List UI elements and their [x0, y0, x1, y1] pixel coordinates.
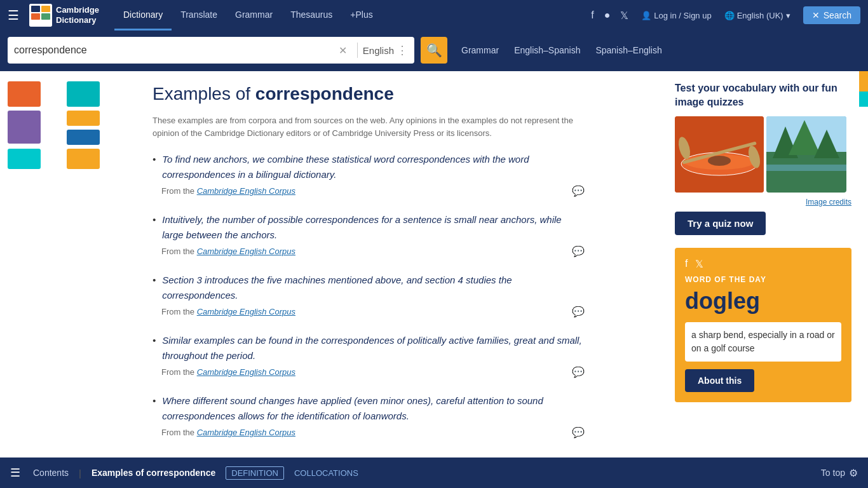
- search-button-top[interactable]: ✕ Search: [803, 6, 860, 24]
- example-text: • Intuitively, the number of possible co…: [153, 212, 585, 243]
- example-text: • Similar examples can be found in the c…: [153, 333, 585, 363]
- user-icon: 👤: [641, 11, 651, 20]
- example-source: From the Cambridge English Corpus 💬: [161, 185, 585, 197]
- example-text: • To find new anchors, we combine these …: [153, 152, 585, 182]
- bullet: •: [153, 273, 156, 303]
- facebook-icon[interactable]: f: [591, 10, 593, 21]
- quiz-image-left: [675, 116, 764, 193]
- more-options-icon[interactable]: ⋮: [397, 43, 408, 57]
- example-item: • Section 3 introduces the five machines…: [153, 273, 585, 318]
- comment-icon[interactable]: 💬: [572, 426, 585, 438]
- example-item: • To find new anchors, we combine these …: [153, 152, 585, 197]
- twitter-icon[interactable]: 𝕏: [620, 10, 628, 22]
- sub-nav: Grammar English–Spanish Spanish–English: [461, 43, 662, 58]
- quiz-button[interactable]: Try a quiz now: [675, 212, 766, 235]
- nav-links: Dictionary Translate Grammar Thesaurus +…: [114, 1, 382, 30]
- svg-rect-3: [31, 13, 40, 20]
- example-source: From the Cambridge English Corpus 💬: [161, 245, 585, 257]
- color-blocks: [8, 81, 122, 169]
- svg-point-11: [708, 156, 731, 166]
- wotd-facebook-icon[interactable]: f: [685, 258, 688, 270]
- comment-icon[interactable]: 💬: [572, 185, 585, 197]
- nav-plus[interactable]: +Plus: [341, 1, 381, 30]
- nav-translate[interactable]: Translate: [172, 1, 226, 30]
- quiz-images: [675, 116, 851, 193]
- disclaimer-text: These examples are from corpora and from…: [153, 114, 585, 139]
- quiz-box: Test your vocabulary with our fun image …: [675, 81, 851, 235]
- bullet: •: [153, 393, 156, 424]
- bottom-definition-link[interactable]: DEFINITION: [226, 466, 284, 467]
- left-decoration: [0, 71, 140, 466]
- nav-grammar[interactable]: Grammar: [226, 1, 281, 30]
- main-content: Examples of correspondence These example…: [140, 71, 675, 466]
- subnav-english-spanish[interactable]: English–Spanish: [514, 43, 580, 58]
- search-bar-row: ✕ English ⋮ 🔍 Grammar English–Spanish Sp…: [0, 30, 868, 71]
- logo-text: Cambridge Dictionary: [56, 5, 99, 25]
- example-source: From the Cambridge English Corpus 💬: [161, 366, 585, 378]
- wotd-definition: a sharp bend, especially in a road or on…: [685, 322, 841, 362]
- x-icon: ✕: [812, 10, 820, 20]
- globe-icon: 🌐: [724, 11, 735, 20]
- bottom-hamburger-icon[interactable]: ☰: [10, 466, 20, 466]
- corpus-link[interactable]: Cambridge English Corpus: [197, 428, 295, 437]
- example-text: • Section 3 introduces the five machines…: [153, 273, 585, 303]
- example-source: From the Cambridge English Corpus 💬: [161, 426, 585, 438]
- wotd-social: f 𝕏: [685, 258, 841, 270]
- right-sidebar: Test your vocabulary with our fun image …: [675, 71, 859, 466]
- color-block-cyan: [8, 149, 41, 169]
- color-block-blue: [67, 130, 100, 145]
- example-text: • Where different sound changes have app…: [153, 393, 585, 424]
- comment-icon[interactable]: 💬: [572, 366, 585, 378]
- wotd-box: f 𝕏 WORD OF THE DAY dogleg a sharp bend,…: [675, 248, 851, 402]
- instagram-icon[interactable]: ●: [604, 10, 611, 21]
- search-input[interactable]: [14, 44, 339, 56]
- svg-rect-1: [31, 6, 40, 12]
- page-layout: Examples of correspondence These example…: [0, 71, 868, 466]
- example-item: • Intuitively, the number of possible co…: [153, 212, 585, 257]
- bullet: •: [153, 212, 156, 243]
- bottom-nav: ☰ Contents | Examples of correspondence …: [0, 458, 868, 466]
- accent-bar-teal: [859, 92, 868, 107]
- corpus-link[interactable]: Cambridge English Corpus: [197, 186, 295, 196]
- search-input-wrap: ✕ English ⋮: [8, 37, 414, 64]
- corpus-link[interactable]: Cambridge English Corpus: [197, 367, 295, 377]
- about-button[interactable]: About this: [685, 369, 754, 392]
- nav-thesaurus[interactable]: Thesaurus: [281, 1, 341, 30]
- login-button[interactable]: 👤 Log in / Sign up: [641, 11, 711, 20]
- svg-rect-2: [41, 6, 50, 12]
- subnav-grammar[interactable]: Grammar: [461, 43, 499, 58]
- color-block-purple: [8, 111, 41, 144]
- hamburger-icon[interactable]: ☰: [8, 8, 19, 23]
- comment-icon[interactable]: 💬: [572, 245, 585, 257]
- logo-box: [29, 4, 52, 27]
- search-submit-button[interactable]: 🔍: [421, 37, 447, 64]
- comment-icon[interactable]: 💬: [572, 306, 585, 318]
- chevron-down-icon: ▾: [786, 11, 790, 20]
- quiz-image-right: [766, 116, 846, 193]
- lang-divider: [357, 43, 358, 58]
- lang-switcher[interactable]: 🌐 English (UK) ▾: [724, 11, 790, 20]
- example-source: From the Cambridge English Corpus 💬: [161, 306, 585, 318]
- subnav-spanish-english[interactable]: Spanish–English: [595, 43, 661, 58]
- bullet: •: [153, 152, 156, 182]
- nav-dictionary[interactable]: Dictionary: [114, 1, 172, 30]
- lang-select[interactable]: English: [363, 45, 394, 56]
- wotd-twitter-icon[interactable]: 𝕏: [695, 258, 703, 270]
- corpus-link[interactable]: Cambridge English Corpus: [197, 307, 295, 316]
- color-block-red: [8, 81, 41, 107]
- right-accent-bars: [859, 71, 868, 466]
- color-block-teal: [67, 81, 100, 107]
- page-title: Examples of correspondence: [153, 84, 662, 104]
- bullet: •: [153, 333, 156, 363]
- image-credits-link[interactable]: Image credits: [675, 198, 851, 207]
- color-block-orange: [67, 111, 100, 126]
- svg-rect-4: [41, 13, 50, 20]
- social-icons: f ● 𝕏: [591, 10, 628, 22]
- example-item: • Similar examples can be found in the c…: [153, 333, 585, 378]
- quiz-title: Test your vocabulary with our fun image …: [675, 81, 851, 110]
- wotd-label: WORD OF THE DAY: [685, 275, 841, 284]
- corpus-link[interactable]: Cambridge English Corpus: [197, 247, 295, 256]
- color-block-orange2: [67, 149, 100, 169]
- clear-icon[interactable]: ✕: [339, 44, 347, 57]
- svg-rect-18: [766, 165, 846, 171]
